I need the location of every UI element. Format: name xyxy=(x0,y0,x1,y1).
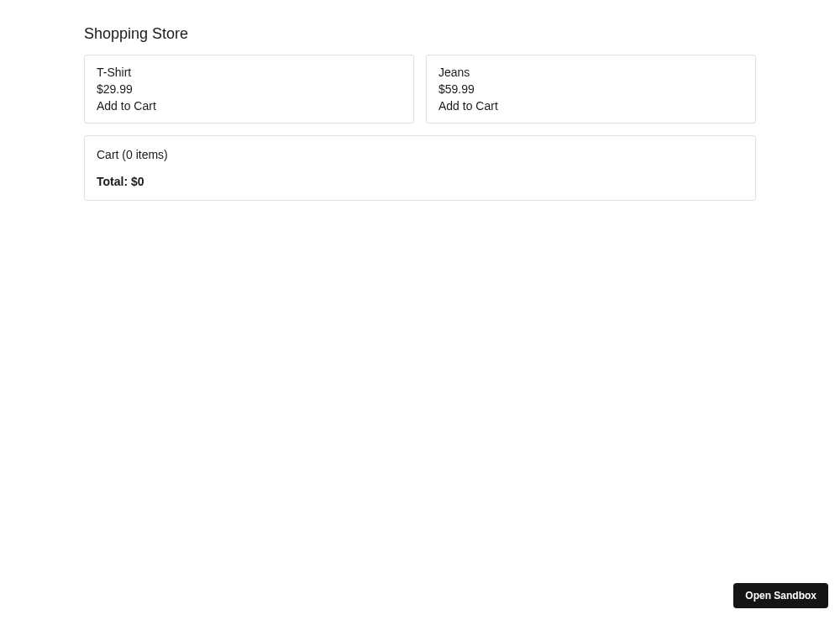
add-to-cart-button[interactable]: Add to Cart xyxy=(97,99,156,113)
product-price: $59.99 xyxy=(438,82,743,96)
cart-total: Total: $0 xyxy=(97,175,743,188)
page-title: Shopping Store xyxy=(84,25,756,43)
product-card: Jeans $59.99 Add to Cart xyxy=(426,55,756,123)
products-grid: T-Shirt $29.99 Add to Cart Jeans $59.99 … xyxy=(84,55,756,123)
cart-header: Cart (0 items) xyxy=(97,148,743,161)
main-container: Shopping Store T-Shirt $29.99 Add to Car… xyxy=(84,0,756,201)
add-to-cart-button[interactable]: Add to Cart xyxy=(438,99,498,113)
product-price: $29.99 xyxy=(97,82,402,96)
cart-panel: Cart (0 items) Total: $0 xyxy=(84,135,756,201)
product-card: T-Shirt $29.99 Add to Cart xyxy=(84,55,414,123)
product-name: T-Shirt xyxy=(97,66,402,79)
product-name: Jeans xyxy=(438,66,743,79)
